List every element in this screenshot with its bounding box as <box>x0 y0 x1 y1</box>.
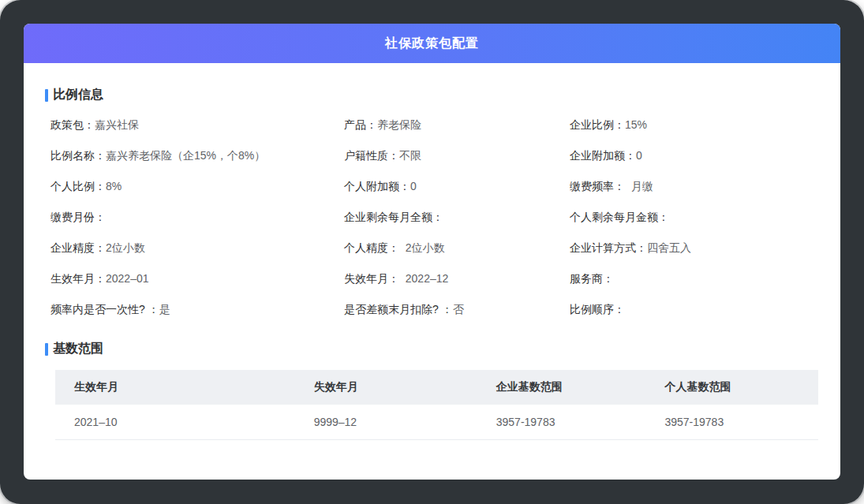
field-personal-ratio: 个人比例：8% <box>50 179 344 194</box>
field-effective-month: 生效年月：2022–01 <box>50 271 344 286</box>
policy-config-dialog: 社保政策包配置 比例信息 政策包：嘉兴社保 产品：养老保险 企业比例：15% 比… <box>24 24 840 480</box>
field-deduct-diff-last-month: 是否差额末月扣除? ：否 <box>344 302 570 317</box>
field-expiry-month: 失效年月： 2022–12 <box>344 271 570 286</box>
section-marker-icon <box>45 343 48 356</box>
base-range-table: 生效年月 失效年月 企业基数范围 个人基数范围 2021–10 9999–12 … <box>55 370 818 440</box>
field-company-precision: 企业精度：2位小数 <box>50 241 344 256</box>
field-company-monthly-remainder: 企业剩余每月全额： <box>344 210 570 225</box>
field-ratio-name: 比例名称：嘉兴养老保险（企15%，个8%） <box>50 148 344 163</box>
window-frame: 社保政策包配置 比例信息 政策包：嘉兴社保 产品：养老保险 企业比例：15% 比… <box>0 0 864 504</box>
table-header-row: 生效年月 失效年月 企业基数范围 个人基数范围 <box>55 370 818 405</box>
table-row: 2021–10 9999–12 3957-19783 3957-19783 <box>55 405 818 440</box>
field-service-provider: 服务商： <box>570 271 818 286</box>
dialog-body: 比例信息 政策包：嘉兴社保 产品：养老保险 企业比例：15% 比例名称：嘉兴养老… <box>24 63 840 480</box>
field-household-type: 户籍性质：不限 <box>344 148 570 163</box>
column-header-effective-month: 生效年月 <box>55 370 295 405</box>
field-company-ratio: 企业比例：15% <box>570 118 818 133</box>
ratio-info-title: 比例信息 <box>45 87 818 103</box>
field-company-extra-amount: 企业附加额：0 <box>570 148 818 163</box>
section-base-range: 基数范围 生效年月 失效年月 企业基数范围 个人基数范 <box>45 341 818 440</box>
field-personal-precision: 个人精度： 2位小数 <box>344 241 570 256</box>
field-payment-month: 缴费月份： <box>50 210 344 225</box>
cell-personal-base-range: 3957-19783 <box>645 405 818 440</box>
dialog-title: 社保政策包配置 <box>385 35 479 52</box>
field-policy-package: 政策包：嘉兴社保 <box>50 118 344 133</box>
cell-expiry-month: 9999–12 <box>295 405 477 440</box>
cell-company-base-range: 3957-19783 <box>477 405 646 440</box>
ratio-info-title-text: 比例信息 <box>53 87 103 103</box>
section-ratio-info: 比例信息 政策包：嘉兴社保 产品：养老保险 企业比例：15% 比例名称：嘉兴养老… <box>45 87 818 317</box>
base-range-title-text: 基数范围 <box>53 341 103 357</box>
ratio-info-fields: 政策包：嘉兴社保 产品：养老保险 企业比例：15% 比例名称：嘉兴养老保险（企1… <box>50 118 818 317</box>
column-header-company-base-range: 企业基数范围 <box>477 370 646 405</box>
field-personal-monthly-remainder: 个人剩余每月金额： <box>570 210 818 225</box>
field-company-calc-method: 企业计算方式：四舍五入 <box>570 241 818 256</box>
base-range-title: 基数范围 <box>45 341 818 357</box>
column-header-personal-base-range: 个人基数范围 <box>645 370 818 405</box>
dialog-header: 社保政策包配置 <box>24 24 840 63</box>
column-header-expiry-month: 失效年月 <box>295 370 477 405</box>
field-ratio-order: 比例顺序： <box>570 302 818 317</box>
field-personal-extra-amount: 个人附加额：0 <box>344 179 570 194</box>
section-marker-icon <box>45 89 48 102</box>
cell-effective-month: 2021–10 <box>55 405 295 440</box>
field-payment-frequency: 缴费频率： 月缴 <box>570 179 818 194</box>
field-product: 产品：养老保险 <box>344 118 570 133</box>
field-one-time-in-frequency: 频率内是否一次性? ：是 <box>50 302 344 317</box>
